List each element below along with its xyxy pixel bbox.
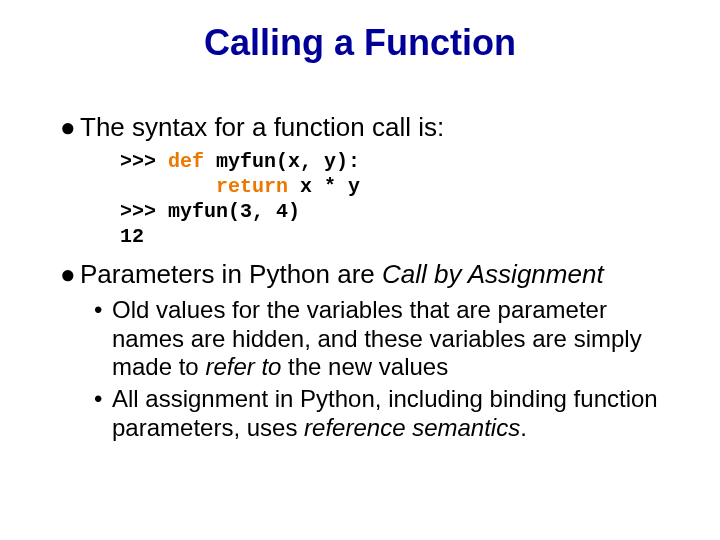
bullet-parameters: ●Parameters in Python are Call by Assign… xyxy=(60,259,680,290)
bullet-syntax-text: The syntax for a function call is: xyxy=(80,112,444,142)
bullet-icon: ● xyxy=(60,259,80,290)
bullet-parameters-text: Parameters in Python are xyxy=(80,259,382,289)
bullet-parameters-em: Call by Assignment xyxy=(382,259,604,289)
slide-body: ●The syntax for a function call is: >>> … xyxy=(60,112,680,444)
sub-bullet-icon: • xyxy=(94,385,112,413)
sub-old-values-em: refer to xyxy=(205,353,281,380)
sub-assignment-em: reference semantics xyxy=(304,414,520,441)
code-block: >>> def myfun(x, y): return x * y >>> my… xyxy=(120,149,680,249)
code-expr: x * y xyxy=(288,175,360,198)
code-keyword-return: return xyxy=(216,175,288,198)
code-indent xyxy=(120,175,216,198)
code-keyword-def: def xyxy=(168,150,204,173)
slide: Calling a Function ●The syntax for a fun… xyxy=(0,0,720,540)
sub-bullet-old-values: •Old values for the variables that are p… xyxy=(94,296,680,381)
code-signature: myfun(x, y): xyxy=(204,150,360,173)
sub-assignment-b: . xyxy=(520,414,527,441)
bullet-icon: ● xyxy=(60,112,80,143)
sub-bullet-icon: • xyxy=(94,296,112,324)
code-output: 12 xyxy=(120,225,144,248)
slide-title: Calling a Function xyxy=(0,22,720,64)
code-prompt-1: >>> xyxy=(120,150,168,173)
code-call: >>> myfun(3, 4) xyxy=(120,200,300,223)
bullet-syntax: ●The syntax for a function call is: xyxy=(60,112,680,143)
sub-old-values-b: the new values xyxy=(281,353,448,380)
sub-bullet-assignment: •All assignment in Python, including bin… xyxy=(94,385,680,442)
